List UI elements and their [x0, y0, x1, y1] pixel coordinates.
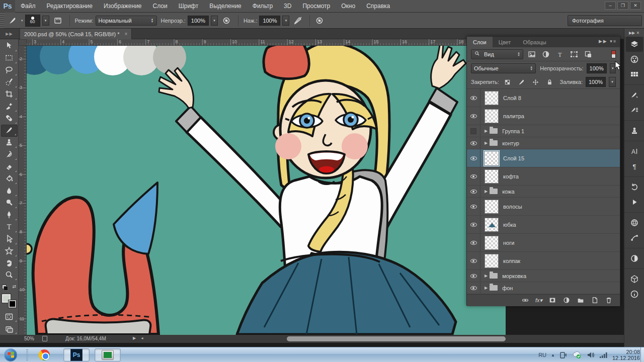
menu-11[interactable]: Справка — [361, 3, 395, 10]
status-flyout-icon[interactable]: ▶ ◂ — [133, 336, 145, 340]
screen-mode-button[interactable] — [1, 323, 18, 335]
group-expand-icon[interactable]: ▶ — [485, 286, 488, 290]
layer-filter-select[interactable]: Вид ▲▼ — [471, 49, 523, 59]
layer-visibility-eye[interactable] — [467, 149, 480, 167]
filter-type-icon[interactable]: T — [554, 49, 566, 59]
layer-thumbnail[interactable] — [485, 169, 499, 184]
document-tab[interactable]: 2000.psd @ 50% (Слой 15, RGB/8#) * × — [20, 29, 132, 39]
horizontal-ruler[interactable]: 3456789101112131415161718 — [27, 39, 506, 46]
layer-row-слой-15[interactable]: Слой 15 — [467, 149, 620, 167]
filter-pixel-icon[interactable] — [526, 49, 537, 59]
layers-panel-icon[interactable] — [626, 37, 643, 52]
layer-row-юбка[interactable]: юбка — [467, 216, 620, 234]
layer-row-колпак[interactable]: колпак — [467, 252, 620, 270]
filter-toggle[interactable] — [611, 50, 616, 58]
layer-row-контур[interactable]: ▶контур — [467, 137, 620, 149]
horizontal-scrollbar[interactable] — [287, 336, 506, 341]
menu-2[interactable]: Редактирование — [41, 3, 98, 10]
toggle-brush-panel-icon[interactable] — [51, 15, 64, 27]
filter-shape-icon[interactable] — [569, 49, 580, 59]
power-plug-icon[interactable] — [559, 351, 568, 359]
custom-shape-tool[interactable] — [1, 245, 18, 257]
recorder-taskbar-button[interactable] — [95, 348, 121, 361]
group-expand-icon[interactable]: ▶ — [485, 189, 488, 194]
brush-tool[interactable] — [1, 125, 18, 137]
quick-selection-tool[interactable] — [1, 76, 18, 88]
layer-opacity-value[interactable]: 100% — [587, 63, 607, 73]
history-panel-icon[interactable] — [626, 179, 643, 195]
group-expand-icon[interactable]: ▶ — [485, 141, 488, 145]
brush-tip-dropdown[interactable]: ▾ — [42, 16, 49, 26]
crop-tool[interactable] — [1, 88, 18, 101]
layer-visibility-eye[interactable] — [467, 282, 480, 294]
brush-preset-arrow-icon[interactable]: ▾ — [21, 19, 23, 23]
layer-row-палитра[interactable]: палитра — [467, 107, 620, 125]
quick-mask-button[interactable] — [1, 311, 18, 323]
layer-name[interactable]: кожа — [502, 189, 514, 195]
close-button[interactable]: ✕ — [630, 2, 641, 10]
tab-close-icon[interactable]: × — [125, 31, 128, 37]
lock-pixels-icon[interactable] — [516, 77, 527, 87]
eraser-tool[interactable] — [1, 161, 18, 173]
layer-name[interactable]: контур — [502, 140, 519, 146]
network-signal-icon[interactable] — [599, 351, 608, 359]
mask-layers-icon[interactable] — [548, 296, 556, 305]
lock-all-icon[interactable] — [544, 77, 555, 87]
layer-visibility-eye[interactable] — [467, 167, 480, 185]
newlayer-layers-icon[interactable] — [591, 296, 599, 305]
clock[interactable]: 20:08 12.12.2016 — [612, 349, 640, 361]
clone-source-panel-icon[interactable] — [626, 123, 643, 138]
group-expand-icon[interactable]: ▶ — [485, 129, 488, 133]
folder-layers-icon[interactable] — [577, 296, 585, 305]
move-tool[interactable] — [1, 40, 18, 52]
layer-thumbnail[interactable] — [485, 218, 499, 232]
default-colors-icon[interactable] — [2, 285, 7, 289]
brush-panel-panel-icon[interactable] — [626, 87, 643, 103]
swatches-panel-icon[interactable] — [626, 67, 643, 82]
blend-mode-select[interactable]: Нормальный ▲▼ — [96, 16, 157, 26]
layer-name[interactable]: морковка — [502, 273, 526, 279]
workspace-select[interactable]: Фотография — [568, 15, 642, 26]
zoom-level[interactable]: 50% — [24, 336, 34, 341]
opacity-dropdown[interactable]: ▾ — [211, 16, 218, 26]
clone-stamp-tool[interactable] — [1, 137, 18, 149]
navigator-panel-icon[interactable] — [626, 215, 643, 230]
menu-8[interactable]: 3D — [278, 3, 297, 10]
layer-row-волосы[interactable]: волосы — [467, 198, 620, 216]
layer-row-группа-1[interactable]: ▶Группа 1 — [467, 125, 620, 137]
color-panel-icon[interactable] — [626, 52, 643, 67]
brush-preset-icon[interactable] — [6, 15, 19, 27]
paths-panel-icon[interactable] — [626, 230, 643, 245]
fill-dropdown[interactable]: ▾ — [609, 77, 616, 87]
fx-layers-icon[interactable]: fx▾ — [535, 297, 542, 304]
layer-row-кожа[interactable]: ▶кожа — [467, 186, 620, 198]
layer-name[interactable]: Слой 8 — [503, 95, 521, 101]
panel-menu-icon[interactable]: ▶▶ ▾≡ — [599, 39, 617, 44]
adjust-layers-icon[interactable] — [562, 296, 571, 305]
layer-row-морковка[interactable]: ▶морковка — [467, 270, 620, 282]
group-expand-icon[interactable]: ▶ — [485, 274, 488, 278]
character-panel-icon[interactable]: A — [626, 144, 643, 159]
menu-7[interactable]: Фильтр — [247, 3, 278, 10]
layer-name[interactable]: Слой 15 — [503, 155, 524, 161]
tray-expand-icon[interactable]: ▲ — [551, 353, 555, 357]
swap-colors-icon[interactable]: ⇄ — [12, 284, 16, 289]
layer-visibility-eye[interactable] — [467, 186, 480, 197]
layer-visibility-eye[interactable] — [467, 252, 480, 269]
layer-visibility-eye[interactable] — [467, 137, 480, 149]
rectangular-marquee-tool[interactable] — [1, 52, 18, 64]
layer-row-фон[interactable]: ▶фон — [467, 282, 620, 294]
panel-tab-цвет[interactable]: Цвет — [493, 37, 517, 47]
photoshop-taskbar-button[interactable]: Ps — [63, 348, 90, 361]
layer-thumbnail[interactable] — [485, 254, 499, 268]
lock-position-icon[interactable] — [530, 77, 541, 87]
brush-presets-panel-icon[interactable] — [626, 103, 643, 118]
canvas[interactable] — [27, 46, 506, 335]
layer-visibility-eye[interactable] — [467, 270, 480, 282]
speaker-icon[interactable] — [587, 351, 595, 359]
layer-thumbnail[interactable] — [485, 151, 499, 165]
layer-blend-select[interactable]: Обычные ▲▼ — [471, 63, 536, 73]
layer-thumbnail[interactable] — [485, 109, 499, 123]
adjustments-panel-icon[interactable] — [626, 251, 643, 266]
layer-name[interactable]: ноги — [503, 240, 514, 246]
